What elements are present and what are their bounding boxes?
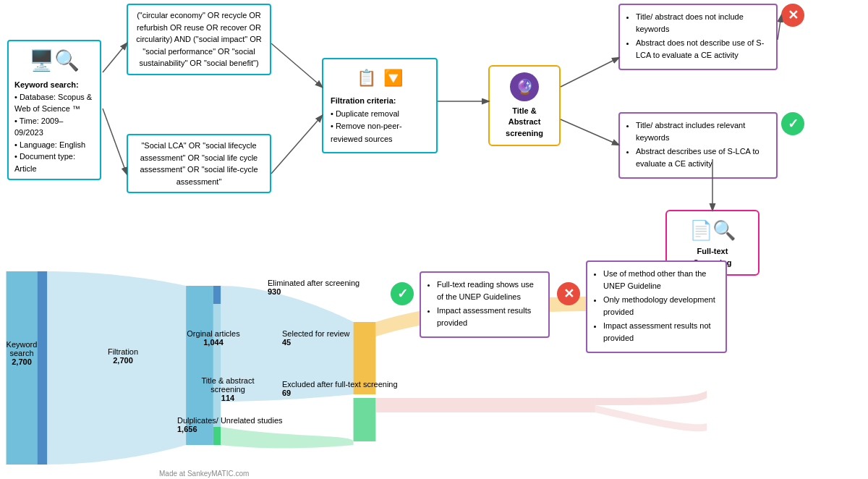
filtration-title: Filtration criteria: bbox=[331, 96, 396, 105]
filtration-item1: • Duplicate removal bbox=[331, 109, 399, 118]
reject-item-1: Title/ abstract does not include keyword… bbox=[636, 11, 769, 35]
check-circle-bottom: ✓ bbox=[391, 282, 414, 305]
flowchart-top: 🖥️🔍 Keyword search: • Database: Scopus &… bbox=[0, 0, 868, 260]
bottom-accept-item-1: Full-text reading shows use of the UNEP … bbox=[437, 279, 541, 302]
svg-rect-12 bbox=[213, 286, 221, 304]
query-top-text: ("circular economy" OR recycle OR refurb… bbox=[136, 11, 261, 67]
svg-line-1 bbox=[103, 109, 127, 174]
criteria-reject-list: Title/ abstract does not include keyword… bbox=[627, 11, 769, 61]
bottom-reject-box: Use of method other than the UNEP Guidel… bbox=[586, 260, 727, 353]
eliminated-label: Eliminated after screening 930 bbox=[268, 279, 359, 296]
filtration-sankey-label: Filtration 2,700 bbox=[101, 347, 145, 365]
keyword-db: • Database: Scopus &Web of Science ™ bbox=[14, 93, 92, 114]
bottom-accept-icon: ✓ bbox=[391, 282, 414, 305]
keyword-type: • Document type: Article bbox=[14, 152, 75, 173]
bottom-reject-item-1: Use of method other than the UNEP Guidel… bbox=[603, 268, 718, 292]
bottom-reject-icon: ✕ bbox=[557, 282, 580, 305]
criteria-accept-list: Title/ abstract includes relevant keywor… bbox=[627, 119, 769, 169]
sankey-section: Keyword search 2,700 Filtration 2,700 Or… bbox=[0, 257, 868, 479]
svg-rect-16 bbox=[354, 398, 376, 441]
keyword-lang: • Language: English bbox=[14, 140, 85, 149]
title-abstract-label: Title &Abstractscreening bbox=[506, 106, 543, 137]
keyword-title: Keyword search: bbox=[14, 80, 79, 89]
svg-line-3 bbox=[271, 116, 322, 174]
abstract-circle-icon: 🔮 bbox=[510, 72, 539, 101]
check-circle-top: ✓ bbox=[781, 112, 804, 135]
reject-icon-top: ✕ bbox=[781, 4, 804, 27]
svg-line-0 bbox=[103, 43, 127, 72]
x-circle-top: ✕ bbox=[781, 4, 804, 27]
keyword-search-label: Keyword search 2,700 bbox=[0, 340, 43, 366]
keyword-time: • Time: 2009– 09/2023 bbox=[14, 116, 63, 137]
filtration-box: 📋 🔽 Filtration criteria: • Duplicate rem… bbox=[322, 58, 438, 153]
original-articles-label: Orginal articles 1,044 bbox=[184, 329, 242, 347]
accept-item-2: Abstract describes use of S-LCA to evalu… bbox=[636, 145, 769, 169]
fulltext-icon: 📄🔍 bbox=[671, 217, 754, 243]
accept-icon-top: ✓ bbox=[781, 112, 804, 135]
filter-icon: 🔽 bbox=[383, 65, 403, 90]
accept-item-1: Title/ abstract includes relevant keywor… bbox=[636, 119, 769, 143]
x-circle-bottom: ✕ bbox=[557, 282, 580, 305]
bottom-accept-list: Full-text reading shows use of the UNEP … bbox=[428, 279, 541, 328]
title-abstract-box: 🔮 Title &Abstractscreening bbox=[488, 65, 561, 146]
svg-line-6 bbox=[561, 119, 618, 145]
bottom-accept-item-2: Impact assessment results provided bbox=[437, 305, 541, 328]
svg-line-5 bbox=[561, 58, 618, 87]
svg-line-2 bbox=[271, 43, 322, 87]
svg-rect-9 bbox=[7, 271, 38, 465]
filtration-icons: 📋 🔽 bbox=[331, 65, 429, 90]
search-icon: 🖥️🔍 bbox=[14, 46, 94, 76]
title-abstract-sankey-label: Title & abstract screening 114 bbox=[184, 376, 271, 402]
bottom-accept-box: Full-text reading shows use of the UNEP … bbox=[420, 271, 550, 338]
duplicates-label: Dulplicates/ Unrelated studies 1,656 bbox=[177, 416, 283, 433]
bottom-reject-item-2: Only methodology development provided bbox=[603, 294, 718, 318]
excluded-label: Excluded after full-text screening 69 bbox=[282, 380, 398, 397]
query-box-bottom: "Social LCA" OR "social lifecycle assess… bbox=[127, 134, 271, 193]
criteria-accept-box: Title/ abstract includes relevant keywor… bbox=[618, 112, 778, 179]
filtration-item2: • Remove non-peer-reviewed sources bbox=[331, 122, 402, 143]
svg-rect-13 bbox=[213, 304, 221, 427]
query-bottom-text: "Social LCA" OR "social lifecycle assess… bbox=[140, 141, 258, 186]
criteria-reject-box: Title/ abstract does not include keyword… bbox=[618, 4, 778, 70]
reject-item-2: Abstract does not describe use of S-LCA … bbox=[636, 37, 769, 61]
bottom-reject-list: Use of method other than the UNEP Guidel… bbox=[595, 268, 718, 344]
keyword-search-box: 🖥️🔍 Keyword search: • Database: Scopus &… bbox=[7, 40, 101, 180]
bottom-reject-item-3: Impact assessment results not provided bbox=[603, 320, 718, 344]
made-at-label: Made at SankeyMATIC.com bbox=[159, 470, 249, 478]
docs-icon: 📋 bbox=[357, 65, 376, 90]
svg-rect-10 bbox=[37, 271, 47, 465]
selected-label: Selected for review 45 bbox=[282, 329, 350, 347]
query-box-top: ("circular economy" OR recycle OR refurb… bbox=[127, 4, 271, 75]
